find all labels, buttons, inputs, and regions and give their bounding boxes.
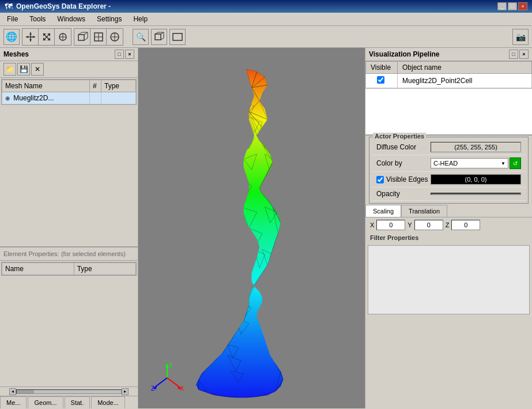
color-by-dropdown: C-HEAD ▼ ↺ [431, 157, 521, 169]
mesh-save-button[interactable]: 💾 [17, 63, 30, 76]
mesh-table: Mesh Name # Type ⊕ Mueglitz2D... [2, 80, 136, 104]
tab-translation[interactable]: Translation [401, 205, 447, 217]
scroll-left-btn[interactable]: ◂ [9, 388, 16, 395]
scroll-right-btn[interactable]: ▸ [122, 388, 129, 395]
elem-col-name: Name [2, 263, 74, 275]
opacity-label: Opacity [376, 190, 428, 198]
mesh-open-button[interactable]: 📁 [3, 63, 16, 76]
visible-edges-row: Visible Edges (0, 0, 0) [372, 172, 526, 187]
search-button[interactable]: 🔍 [133, 29, 149, 45]
color-by-value: C-HEAD [433, 160, 458, 167]
visible-edges-color[interactable]: (0, 0, 0) [431, 174, 521, 185]
nav-btn-1[interactable] [22, 29, 39, 45]
actor-properties: Actor Properties Diffuse Color (255, 255… [365, 136, 532, 317]
axis-indicator: Y X Z [150, 361, 184, 397]
camera-button[interactable]: 📷 [512, 29, 529, 45]
main-container: Meshes □ × 📁 💾 ✕ Mesh Name # Type [0, 48, 532, 408]
h-scrollbar[interactable]: ◂ ▸ [0, 387, 138, 396]
mesh-toolbar: 📁 💾 ✕ [0, 61, 138, 78]
x-input[interactable] [376, 220, 405, 230]
tab-scaling[interactable]: Scaling [365, 205, 401, 217]
color-by-select[interactable]: C-HEAD ▼ [431, 158, 508, 168]
viz-close-button[interactable]: × [519, 50, 529, 59]
nav-btn-3[interactable] [55, 29, 71, 45]
z-label: Z [446, 222, 450, 228]
meshes-close-button[interactable]: × [125, 50, 134, 59]
viz-controls: □ × [509, 50, 529, 59]
maximize-button[interactable]: □ [508, 2, 517, 10]
svg-rect-15 [78, 35, 84, 40]
menu-help[interactable]: Help [129, 14, 152, 24]
transform-row: X Y Z [365, 217, 532, 232]
menu-windows[interactable]: Windows [52, 14, 90, 24]
element-props-header: Element Properties: (for selected elemen… [0, 246, 138, 261]
tab-me[interactable]: Me... [0, 396, 27, 408]
close-button[interactable]: × [518, 2, 527, 10]
diffuse-color-label: Diffuse Color [376, 143, 428, 151]
color-refresh-button[interactable]: ↺ [510, 157, 521, 169]
opacity-slider[interactable] [431, 193, 521, 195]
visibility-checkbox[interactable] [377, 76, 384, 84]
mesh-spacer [0, 106, 138, 246]
opacity-row: Opacity [372, 187, 526, 201]
mesh-num [90, 92, 101, 104]
viewport[interactable]: Y X Z [138, 48, 365, 408]
view-btn-1[interactable] [74, 29, 90, 45]
dropdown-arrow-icon: ▼ [501, 161, 505, 166]
minimize-button[interactable]: _ [497, 2, 507, 10]
svg-marker-3 [29, 39, 32, 42]
globe-button[interactable]: 🌐 [3, 29, 20, 45]
y-input[interactable] [414, 220, 443, 230]
meshes-title: Meshes [3, 50, 29, 58]
mesh-table-container: Mesh Name # Type ⊕ Mueglitz2D... [1, 79, 137, 105]
view-btn-2[interactable] [90, 29, 107, 45]
diffuse-color-value[interactable]: (255, 255, 255) [431, 142, 521, 152]
tab-geom[interactable]: Geom... [28, 396, 63, 408]
table-row[interactable]: ⊕ Mueglitz2D... [2, 92, 136, 104]
svg-text:X: X [180, 385, 184, 392]
svg-marker-4 [26, 36, 28, 38]
nav-btn-2[interactable] [39, 29, 55, 45]
elem-col-type: Type [74, 263, 135, 275]
x-label: X [370, 222, 374, 228]
table-row[interactable]: Mueglitz2D_Point2Cell [366, 74, 532, 88]
box-button[interactable] [151, 29, 167, 45]
menu-file[interactable]: File [2, 14, 22, 24]
rect-button[interactable] [169, 29, 186, 45]
diffuse-color-row: Diffuse Color (255, 255, 255) [372, 140, 526, 155]
mesh-delete-button[interactable]: ✕ [31, 63, 44, 76]
toolbar: 🌐 [0, 26, 532, 48]
svg-rect-33 [173, 33, 182, 40]
scroll-track[interactable] [16, 389, 122, 394]
viz-float-button[interactable]: □ [509, 50, 518, 59]
color-by-row: Color by C-HEAD ▼ ↺ [372, 155, 526, 172]
svg-line-18 [84, 38, 88, 40]
svg-line-17 [84, 32, 88, 35]
tab-mode[interactable]: Mode... [91, 396, 125, 408]
menu-tools[interactable]: Tools [25, 14, 50, 24]
z-input[interactable] [451, 220, 480, 230]
filter-props-section: Filter Properties [365, 232, 532, 314]
svg-text:Z: Z [151, 385, 154, 392]
element-props-subtitle: (for selected elements) [61, 250, 126, 257]
tab-stat[interactable]: Stat. [65, 396, 90, 408]
element-props-title: Element Properties: [3, 250, 59, 257]
meshes-float-button[interactable]: □ [115, 50, 124, 59]
col-mesh-name: Mesh Name [2, 80, 90, 92]
actor-props-label: Actor Properties [373, 133, 426, 140]
color-by-label: Color by [376, 159, 428, 167]
menu-settings[interactable]: Settings [92, 14, 126, 24]
title-bar: 🗺 OpenGeoSys Data Explorer - _ □ × [0, 0, 532, 13]
svg-line-42 [156, 378, 167, 387]
navigation-group [22, 28, 71, 46]
svg-marker-5 [33, 36, 35, 38]
y-label: Y [408, 222, 412, 228]
scroll-thumb[interactable] [17, 390, 34, 393]
expand-icon[interactable]: ⊕ [5, 95, 10, 102]
visible-edges-checkbox[interactable] [376, 176, 384, 183]
bottom-tabs: Me... Geom... Stat. Mode... [0, 396, 138, 408]
mesh-visualization [138, 48, 365, 408]
view-btn-3[interactable] [107, 29, 123, 45]
svg-rect-27 [155, 34, 161, 40]
viz-table: Visible Object name Mueglitz2D_Point2Cel… [365, 61, 532, 88]
